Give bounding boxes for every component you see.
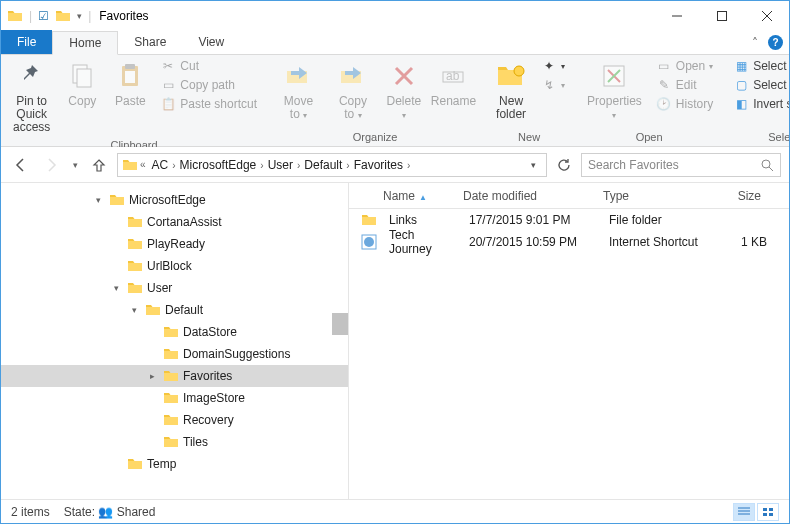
svg-point-10 [762,160,770,168]
search-box[interactable] [581,153,781,177]
tree-node[interactable]: Recovery [1,409,348,431]
invert-icon: ◧ [733,96,749,112]
pin-icon [16,60,48,92]
edit-button[interactable]: ✎Edit [652,76,717,94]
easy-access-button[interactable]: ↯▾ [537,76,569,94]
expand-toggle[interactable]: ▸ [145,371,159,381]
open-button[interactable]: ▭Open ▾ [652,57,717,75]
copy-path-icon: ▭ [160,77,176,93]
icons-view-button[interactable] [757,503,779,521]
folder-icon [163,412,179,428]
cut-button[interactable]: ✂Cut [156,57,261,75]
pin-quick-access-button[interactable]: Pin to Quick access [7,57,56,137]
back-button[interactable] [9,153,33,177]
folder-icon [127,214,143,230]
recent-dropdown[interactable]: ▾ [69,153,81,177]
close-button[interactable] [744,1,789,31]
url-icon [361,234,377,250]
copy-path-button[interactable]: ▭Copy path [156,76,261,94]
help-icon[interactable]: ? [768,35,783,50]
tree-node[interactable]: Temp [1,453,348,475]
chevron-right-icon[interactable]: › [407,160,410,171]
tree-label: Favorites [183,369,232,383]
svg-rect-13 [763,508,767,511]
folder-icon [163,390,179,406]
qat-separator: | [88,9,91,23]
properties-button[interactable]: Properties▾ [581,57,648,125]
rename-button[interactable]: ab Rename [430,57,477,111]
breadcrumb-segment[interactable]: Default [300,158,346,172]
breadcrumb-segment[interactable]: User [264,158,297,172]
history-button[interactable]: 🕑History [652,95,717,113]
tree-node[interactable]: DomainSuggestions [1,343,348,365]
delete-button[interactable]: Delete▾ [382,57,426,125]
tree-node[interactable]: ▾User [1,277,348,299]
select-none-icon: ▢ [733,77,749,93]
breadcrumb-segment[interactable]: Favorites [350,158,407,172]
copy-button[interactable]: Copy [60,57,104,111]
tree-node[interactable]: ImageStore [1,387,348,409]
breadcrumb-segment[interactable]: MicrosoftEdge [176,158,261,172]
clipboard-group: Pin to Quick access Copy Paste ✂Cut ▭Cop… [1,55,267,146]
copy-to-button[interactable]: Copy to ▾ [328,57,378,125]
tree-node[interactable]: CortanaAssist [1,211,348,233]
tree-label: CortanaAssist [147,215,222,229]
details-view-button[interactable] [733,503,755,521]
expand-toggle[interactable]: ▾ [127,305,141,315]
minimize-button[interactable] [654,1,699,31]
sort-asc-icon: ▲ [419,193,427,202]
move-to-button[interactable]: Move to ▾ [273,57,324,125]
select-none-button[interactable]: ▢Select none [729,76,790,94]
breadcrumb-segment[interactable]: AC [148,158,173,172]
select-all-button[interactable]: ▦Select all [729,57,790,75]
forward-button[interactable] [39,153,63,177]
tree-label: Temp [147,457,176,471]
select-group: ▦Select all ▢Select none ◧Invert selecti… [723,55,790,146]
copy-icon [66,60,98,92]
new-item-icon: ✦ [541,58,557,74]
address-bar[interactable]: « AC›MicrosoftEdge›User›Default›Favorite… [117,153,547,177]
list-item[interactable]: Tech Journey20/7/2015 10:59 PMInternet S… [349,231,789,253]
qat-checkbox-on[interactable]: ☑ [38,9,49,23]
qat-folder-icon[interactable] [55,8,71,24]
column-headers[interactable]: Name▲ Date modified Type Size [349,183,789,209]
paste-shortcut-button[interactable]: 📋Paste shortcut [156,95,261,113]
navigation-bar: ▾ « AC›MicrosoftEdge›User›Default›Favori… [1,147,789,183]
tree-node[interactable]: Tiles [1,431,348,453]
expand-toggle[interactable]: ▾ [109,283,123,293]
delete-icon [388,60,420,92]
dropdown-icon: ▾ [402,111,406,120]
nav-tree[interactable]: ▾MicrosoftEdgeCortanaAssistPlayReadyUrlB… [1,183,349,499]
file-tab[interactable]: File [1,30,52,54]
tree-node[interactable]: UrlBlock [1,255,348,277]
tree-node[interactable]: DataStore [1,321,348,343]
up-button[interactable] [87,153,111,177]
view-tab[interactable]: View [182,30,240,54]
tree-node[interactable]: ▾Default [1,299,348,321]
scissors-icon: ✂ [160,58,176,74]
minimize-ribbon-icon[interactable]: ˄ [752,36,758,50]
tree-node[interactable]: ▾MicrosoftEdge [1,189,348,211]
easy-access-icon: ↯ [541,77,557,93]
file-list: Name▲ Date modified Type Size Links17/7/… [349,183,789,499]
invert-selection-button[interactable]: ◧Invert selection [729,95,790,113]
new-folder-button[interactable]: New folder [489,57,533,124]
paste-button[interactable]: Paste [108,57,152,111]
share-tab[interactable]: Share [118,30,182,54]
qat-dropdown[interactable]: ▾ [77,11,82,21]
tree-node[interactable]: ▸Favorites [1,365,348,387]
address-dropdown[interactable]: ▾ [522,154,544,176]
home-tab[interactable]: Home [52,31,118,55]
cell-type: File folder [603,213,718,227]
tree-label: DomainSuggestions [183,347,290,361]
refresh-button[interactable] [553,154,575,176]
search-input[interactable] [588,158,760,172]
dropdown-icon: ▾ [612,111,616,120]
scrollbar-thumb[interactable] [332,313,348,335]
expand-toggle[interactable]: ▾ [91,195,105,205]
tree-node[interactable]: PlayReady [1,233,348,255]
svg-rect-4 [125,64,135,69]
maximize-button[interactable] [699,1,744,31]
chevron-icon[interactable]: « [140,159,146,170]
new-item-button[interactable]: ✦▾ [537,57,569,75]
